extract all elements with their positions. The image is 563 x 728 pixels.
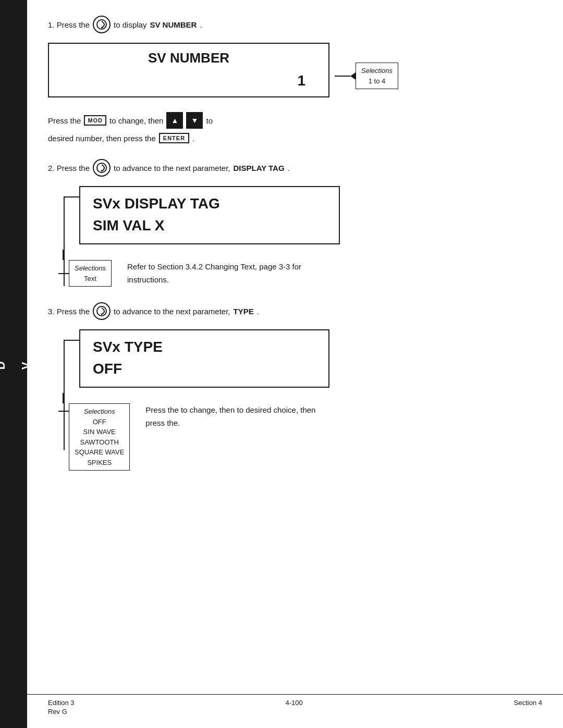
step1-arrow-row: Selections 1 to 4 <box>335 63 398 89</box>
step1-inst-mid: to change, then <box>109 116 163 125</box>
round-button-2[interactable] <box>93 159 111 177</box>
display-tag-sub: SIM VAL X <box>93 217 326 234</box>
step3-bold: TYPE <box>234 307 254 316</box>
step3-sel-sin: SIN WAVE <box>75 427 124 437</box>
step2-section: 2. Press the to advance to the next para… <box>48 159 537 287</box>
step3-sel-title: Selections <box>75 406 124 417</box>
sv-number-box: SV NUMBER 1 <box>48 43 329 97</box>
step2-sel-row: Selections Text Refer to Section 3.4.2 C… <box>58 260 537 287</box>
step3-sel-with-arrow: Selections OFF SIN WAVE SAWTOOTH SQUARE … <box>58 403 130 471</box>
step2-selections-box: Selections Text <box>69 260 112 287</box>
step3-instruction-text: Press the to change, then to desired cho… <box>145 403 315 427</box>
step3-sel-spikes: SPIKES <box>75 458 124 468</box>
display-tag-box: SVx DISPLAY TAG SIM VAL X <box>79 186 340 244</box>
step1-sel-title: Selections <box>361 66 393 76</box>
connector-v-line <box>64 196 65 286</box>
sv-number-title: SV NUMBER <box>59 50 318 66</box>
main-content: 1. Press the to display SV NUMBER . SV N… <box>27 0 563 517</box>
step1-sub-line1: Press the MOD to change, then ▲ ▼ to <box>48 112 340 129</box>
step1-inst-end: to <box>206 116 213 125</box>
footer-left: Edition 3 Rev G <box>48 699 75 715</box>
step2-below-area <box>58 250 537 260</box>
sv-number-area: SV NUMBER 1 <box>48 43 329 102</box>
step2-bold: DISPLAY TAG <box>234 164 285 172</box>
step3-section: 3. Press the to advance to the next para… <box>48 302 537 471</box>
step1-selections-area: Selections 1 to 4 <box>335 63 398 89</box>
footer-edition: Edition 3 <box>48 699 75 707</box>
step2-refer-text: Refer to Section 3.4.2 Changing Text, pa… <box>127 260 301 284</box>
step1-inst1: Press the <box>48 116 81 125</box>
step1-sub-line2: desired number, then press the ENTER . <box>48 133 340 143</box>
step2-sel-with-arrow: Selections Text <box>58 260 112 287</box>
step2-refer-line1: Refer to Section 3.4.2 Changing Text, pa… <box>127 262 301 271</box>
step1-suffix: to display <box>114 20 146 29</box>
step2-instruction: 2. Press the to advance to the next para… <box>48 159 537 177</box>
step1-inst2-end: . <box>192 134 194 143</box>
step1-prefix: 1. Press the <box>48 20 90 29</box>
step2-sel-connector <box>58 250 64 260</box>
footer-rev: Rev G <box>48 708 75 715</box>
svx-type-value: OFF <box>93 361 316 377</box>
step3-sel-sq: SQUARE WAVE <box>75 447 124 458</box>
step3-inst-line2: press the. <box>145 418 315 427</box>
step3-selections-box: Selections OFF SIN WAVE SAWTOOTH SQUARE … <box>69 403 130 471</box>
step3-suffix: to advance to the next parameter, <box>114 307 230 316</box>
footer-page: 4-100 <box>286 699 303 715</box>
step3-connector-h <box>64 340 79 341</box>
step2-prefix: 2. Press the <box>48 164 90 172</box>
step2-sel-text: Text <box>75 274 106 284</box>
step3-below-area <box>58 393 537 403</box>
step3-sel-saw: SAWTOOTH <box>75 437 124 448</box>
step1-section: 1. Press the to display SV NUMBER . SV N… <box>48 16 537 143</box>
step3-box-area: SVx TYPE OFF <box>79 329 329 388</box>
step3-prefix: 3. Press the <box>48 307 90 316</box>
footer-section: Section 4 <box>514 699 542 715</box>
sv-number-value: 1 <box>59 69 318 89</box>
step3-sel-row: Selections OFF SIN WAVE SAWTOOTH SQUARE … <box>58 403 537 471</box>
sidebar: SIMULATEDVARIABLES <box>0 0 27 728</box>
round-button-1[interactable] <box>93 16 111 33</box>
step1-sub-instructions: Press the MOD to change, then ▲ ▼ to des… <box>48 112 340 143</box>
arrow-line <box>335 76 350 77</box>
step1-bold: SV NUMBER <box>150 20 197 29</box>
step3-instruction: 3. Press the to advance to the next para… <box>48 302 537 320</box>
display-tag-title: SVx DISPLAY TAG <box>93 195 326 212</box>
step1-selections-box: Selections 1 to 4 <box>356 63 398 89</box>
step2-suffix: to advance to the next parameter, <box>114 164 230 172</box>
step3-inst-line1: Press the to change, then to desired cho… <box>145 405 315 414</box>
round-button-3[interactable] <box>93 302 111 320</box>
step2-sel-title: Selections <box>75 263 106 274</box>
mod-button[interactable]: MOD <box>84 115 106 126</box>
svx-type-title: SVx TYPE <box>93 339 316 355</box>
step1-instruction: 1. Press the to display SV NUMBER . <box>48 16 537 33</box>
up-arrow-button[interactable]: ▲ <box>166 112 183 129</box>
svx-type-box: SVx TYPE OFF <box>79 329 329 388</box>
step3-sel-off: OFF <box>75 417 124 427</box>
step1-sel-text: 1 to 4 <box>361 76 393 87</box>
step2-box-area: SVx DISPLAY TAG SIM VAL X <box>79 186 340 244</box>
enter-button-1[interactable]: ENTER <box>159 133 189 143</box>
step2-refer-line2: instructions. <box>127 275 301 284</box>
arrow-head <box>350 72 356 80</box>
step3-connector-v <box>64 340 65 450</box>
footer: Edition 3 Rev G 4-100 Section 4 <box>27 694 563 715</box>
step1-block: SV NUMBER 1 Selections 1 to 4 <box>48 43 537 102</box>
down-arrow-button[interactable]: ▼ <box>186 112 203 129</box>
step1-inst2: desired number, then press the <box>48 134 156 143</box>
connector-h-line <box>64 196 79 198</box>
